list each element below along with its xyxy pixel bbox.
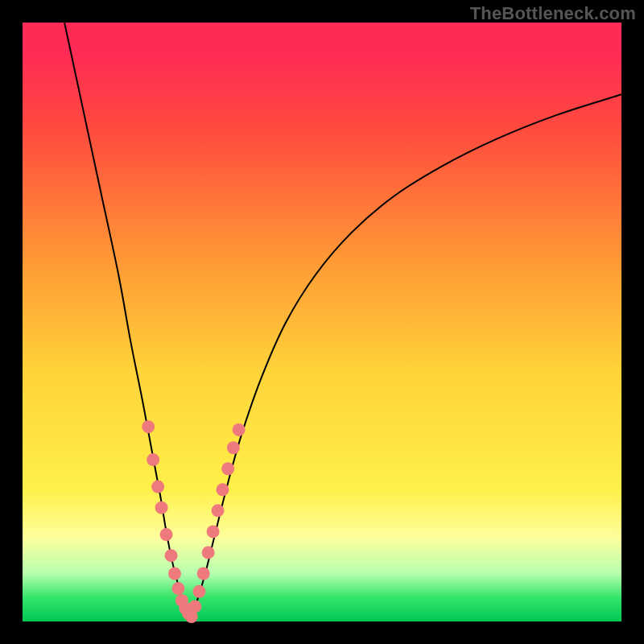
highlight-dot [165, 549, 178, 562]
highlight-dot [212, 504, 225, 517]
highlight-dot [155, 502, 168, 514]
highlight-dot [197, 567, 210, 580]
frame-border: TheBottleneck.com [0, 0, 644, 644]
highlight-dot [188, 600, 201, 613]
highlight-dot [147, 453, 159, 466]
highlight-dot [142, 420, 155, 433]
highlight-dot [171, 582, 184, 595]
highlight-dot [192, 585, 205, 598]
highlight-dot [207, 525, 220, 538]
left-curve [64, 23, 190, 618]
right-curve [190, 94, 621, 618]
watermark-label: TheBottleneck.com [470, 3, 636, 24]
highlight-dot [151, 481, 164, 493]
highlight-dot [202, 546, 215, 559]
chart-svg [23, 23, 621, 621]
highlight-dot [221, 462, 234, 475]
highlight-dot [233, 423, 246, 436]
highlight-dot [160, 528, 173, 541]
highlight-dots [142, 420, 245, 623]
highlight-dot [168, 567, 181, 580]
highlight-dot [227, 441, 240, 454]
plot-area [23, 23, 621, 621]
highlight-dot [217, 483, 229, 496]
